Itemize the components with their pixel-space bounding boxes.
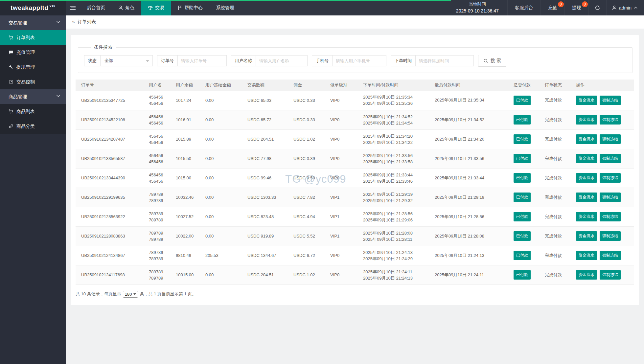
table-row: UB25091021353477254564564564561017.240.0… xyxy=(76,91,634,110)
table-row: UB250910212856392278978978978910027.520.… xyxy=(76,207,634,226)
cell-amount: USDC 65.03 xyxy=(242,91,288,110)
service-backend-label: 客服后台 xyxy=(515,5,533,11)
cell-paid: 已付款 xyxy=(508,207,539,226)
cell-amount: USDC 99.46 xyxy=(242,168,288,188)
fund-flow-button[interactable]: 资金流水 xyxy=(576,193,597,202)
withdraw-button[interactable]: 提现0 xyxy=(564,0,588,15)
cell-paid: 已付款 xyxy=(508,188,539,207)
recharge-button[interactable]: 充值0 xyxy=(540,0,564,15)
nav-roles[interactable]: 角色 xyxy=(112,0,141,15)
force-freeze-button[interactable]: 强制冻结 xyxy=(600,251,621,260)
force-freeze-button[interactable]: 强制冻结 xyxy=(600,115,621,125)
cell-order-no: UB2509102128563922 xyxy=(76,207,143,226)
service-backend-button[interactable]: 客服后台 xyxy=(507,0,540,15)
paid-badge: 已付款 xyxy=(514,96,531,105)
filter-row: 状态全部订单号用户名称手机号下单时间搜 索 xyxy=(84,55,628,67)
cell-order-time: 2025年09月10日 21:28:562025年09月10日 21:29:06 xyxy=(357,207,429,226)
cell-status: 完成付款 xyxy=(539,207,570,226)
cell-commission: USDC 1.02 xyxy=(288,265,325,284)
menu-item-trade-control[interactable]: 交易控制 xyxy=(0,75,66,89)
username-filter-group: 用户名称 xyxy=(231,55,308,66)
force-freeze-button[interactable]: 强制冻结 xyxy=(600,212,621,221)
status-filter-label: 状态 xyxy=(84,55,101,66)
search-button[interactable]: 搜 索 xyxy=(478,55,506,67)
user-icon xyxy=(612,5,617,10)
cell-commission: USDC 5.52 xyxy=(288,226,325,246)
menu-group-trade-management[interactable]: 交易管理 xyxy=(0,15,66,30)
user-icon xyxy=(118,5,123,10)
cell-last-pay-time: 2025年09月10日 21:34:20 xyxy=(429,129,508,149)
fund-flow-button[interactable]: 资金流水 xyxy=(576,231,597,241)
cell-username: 789789789789 xyxy=(143,246,170,265)
nav-trade[interactable]: 交易 xyxy=(141,0,171,15)
force-freeze-button[interactable]: 强制冻结 xyxy=(600,173,621,183)
menu-item-product-category[interactable]: 商品分类 xyxy=(0,119,66,134)
user-menu[interactable]: admin xyxy=(606,0,644,15)
cell-last-pay-time: 2025年09月10日 21:33:56 xyxy=(429,149,508,168)
sidebar-collapse-toggle[interactable] xyxy=(66,0,80,15)
cell-actions: 资金流水强制冻结 xyxy=(570,188,634,207)
fund-flow-button[interactable]: 资金流水 xyxy=(576,154,597,163)
force-freeze-button[interactable]: 强制冻结 xyxy=(600,270,621,280)
nav-help-center[interactable]: 帮助中心 xyxy=(171,0,209,15)
cell-order-time: 2025年09月10日 21:24:132025年09月10日 21:24:29 xyxy=(357,246,429,265)
cell-status: 完成付款 xyxy=(539,129,570,149)
table-row: UB25091021335655874564564564561015.500.0… xyxy=(76,149,634,168)
cell-commission: USDC 1.02 xyxy=(288,129,325,149)
force-freeze-button[interactable]: 强制冻结 xyxy=(600,134,621,144)
phone-filter-group: 手机号 xyxy=(312,55,386,66)
cell-actions: 资金流水强制冻结 xyxy=(570,129,634,149)
fund-flow-button[interactable]: 资金流水 xyxy=(576,96,597,105)
refresh-button[interactable] xyxy=(588,0,606,15)
force-freeze-button[interactable]: 强制冻结 xyxy=(600,154,621,163)
cell-order-time: 2025年09月10日 21:24:112025年09月10日 21:24:13 xyxy=(357,265,429,284)
fund-flow-button[interactable]: 资金流水 xyxy=(576,134,597,144)
force-freeze-button[interactable]: 强制冻结 xyxy=(600,231,621,241)
menu-item-recharge-management[interactable]: 充值管理 xyxy=(0,45,66,60)
withdraw-label: 提现 xyxy=(572,5,581,11)
phone-filter[interactable] xyxy=(332,55,386,66)
cell-level: VIP0 xyxy=(325,91,357,110)
paid-badge: 已付款 xyxy=(514,115,531,125)
page-size-select[interactable]: 180 xyxy=(123,291,138,298)
pagination-suffix: 条，共 1 页当前显示第 1 页。 xyxy=(140,291,196,297)
order-no-filter-label: 订单号 xyxy=(157,55,178,66)
order-time-filter[interactable] xyxy=(415,55,474,66)
cell-actions: 资金流水强制冻结 xyxy=(570,226,634,246)
table-row: UB25091021345221084564564564561016.910.0… xyxy=(76,110,634,129)
cell-amount: USDC 204.51 xyxy=(242,129,288,149)
cell-username: 456456456456 xyxy=(143,91,170,110)
nav-system[interactable]: 系统管理 xyxy=(209,0,241,15)
cell-status: 完成付款 xyxy=(539,110,570,129)
cell-amount: USDC 1344.67 xyxy=(242,246,288,265)
fund-flow-button[interactable]: 资金流水 xyxy=(576,251,597,260)
column-header: 用户名 xyxy=(143,80,170,91)
order-no-filter[interactable] xyxy=(177,55,227,66)
cell-order-time: 2025年09月10日 21:33:442025年09月10日 21:33:46 xyxy=(357,168,429,188)
fund-flow-button[interactable]: 资金流水 xyxy=(576,270,597,280)
comment-icon xyxy=(8,50,13,55)
menu-group-product-management[interactable]: 商品管理 xyxy=(0,89,66,104)
menu-item-order-list[interactable]: 订单列表 xyxy=(0,30,66,45)
column-header: 下单时间/付款时间 xyxy=(357,80,429,91)
hamburger-icon xyxy=(70,6,76,10)
flag-icon xyxy=(177,5,182,10)
nav-home[interactable]: 后台首页 xyxy=(80,0,112,15)
force-freeze-button[interactable]: 强制冻结 xyxy=(600,193,621,202)
app-logo: tweakappltdV16 xyxy=(0,0,66,15)
menu-item-withdraw-management[interactable]: 提现管理 xyxy=(0,60,66,75)
cell-order-time: 2025年09月10日 21:28:082025年09月10日 21:28:11 xyxy=(357,226,429,246)
cell-username: 789789789789 xyxy=(143,188,170,207)
status-filter[interactable]: 全部 xyxy=(100,55,153,66)
app-logo-text: tweakappltd xyxy=(11,4,48,11)
gavel-icon xyxy=(8,65,13,70)
withdraw-count-badge: 0 xyxy=(582,1,588,7)
cell-commission: USDC 0.50 xyxy=(288,168,325,188)
fund-flow-button[interactable]: 资金流水 xyxy=(576,212,597,221)
menu-item-product-list[interactable]: 商品列表 xyxy=(0,104,66,119)
fund-flow-button[interactable]: 资金流水 xyxy=(576,115,597,125)
cell-balance: 9810.49 xyxy=(170,246,200,265)
fund-flow-button[interactable]: 资金流水 xyxy=(576,173,597,183)
force-freeze-button[interactable]: 强制冻结 xyxy=(600,96,621,105)
username-filter[interactable] xyxy=(256,55,308,66)
